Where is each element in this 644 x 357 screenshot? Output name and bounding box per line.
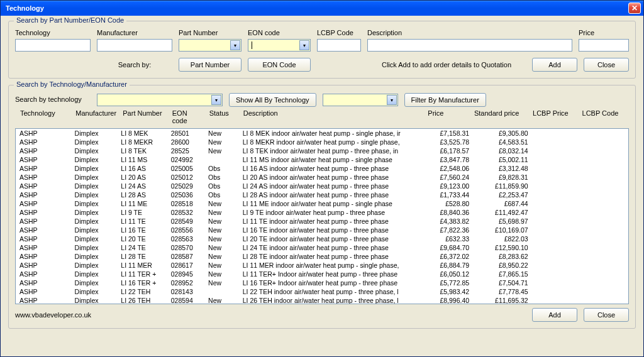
table-row[interactable]: ASHPDimplexLI 8 MEKR28600NewLI 8 MEKR in… [16,138,628,146]
cell: Obs [204,190,239,199]
cell: Dimplex [71,129,118,138]
manufacturer-input[interactable] [97,39,172,52]
cell [580,208,628,217]
cell: LI 16 AS [117,164,167,173]
cell [580,234,628,243]
eoncode-combo[interactable]: ▾ [248,39,311,52]
cell: 025036 [167,190,204,199]
cell: £822.03 [473,234,532,243]
lcbpcode-input[interactable] [317,39,361,52]
table-row[interactable]: ASHPDimplexLI 11 MS024992LI 11 MS indoor… [16,155,628,164]
cell: LI 16 TE [117,226,167,234]
price-input[interactable] [579,39,629,52]
cell: New [204,270,239,278]
cell: LI 16 TER + [117,278,167,287]
showall-button[interactable]: Show All By Technology [229,93,316,107]
technology-combo[interactable]: ▾ [97,94,223,106]
cell: LI 9 TE [117,208,167,217]
cell: 028587 [167,252,204,261]
cell [580,287,628,296]
cell: Dimplex [71,138,118,146]
table-row[interactable]: ASHPDimplexLI 11 TER +028945NewLI 11 TER… [16,270,628,278]
cell: 025029 [167,182,204,190]
table-row[interactable]: ASHPDimplexLI 16 TER +028952NewLI 16 TER… [16,278,628,287]
cell: Obs [204,164,239,173]
cell: New [204,226,239,234]
cell [532,173,580,182]
col-standardprice: Standard price [470,109,529,124]
cell [532,261,580,270]
cell: ASHP [16,287,71,296]
cell: Dimplex [71,173,118,182]
cell: £7,158.31 [426,129,473,138]
table-row[interactable]: ASHPDimplexLI 8 MEK28501NewLI 8 MEK indo… [16,129,628,138]
cell [532,138,580,146]
col-partnumber: Part Number [119,109,168,124]
table-row[interactable]: ASHPDimplexLI 26 TEH028594NewLI 26 TEH i… [16,296,628,304]
cell: ASHP [16,182,71,190]
col-technology: Technology [16,109,72,124]
cell [580,182,628,190]
add-button[interactable]: Add [532,58,577,72]
technology-input[interactable] [15,39,91,52]
partnumber-label: Part Number [179,29,242,36]
filter-button[interactable]: Filter By Manufacturer [404,93,486,107]
cell: Dimplex [71,164,118,173]
table-row[interactable]: ASHPDimplexLI 11 MER028617NewLI 11 MER i… [16,261,628,270]
cell: LI 22 TEH indoor air/water heat pump - t… [239,287,426,296]
cell: £7,865.15 [473,270,532,278]
table-row[interactable]: ASHPDimplexLI 11 TE028549NewLI 11 TE ind… [16,217,628,226]
cell: ASHP [16,199,71,208]
cell: £8,032.14 [473,146,532,155]
table-row[interactable]: ASHPDimplexLI 11 ME028518NewLI 11 ME ind… [16,199,628,208]
table-row[interactable]: ASHPDimplexLI 16 TE028556NewLI 16 TE ind… [16,226,628,234]
results-list[interactable]: ASHPDimplexLI 8 MEK28501NewLI 8 MEK indo… [15,128,629,304]
search-partnumber-button[interactable]: Part Number [179,58,242,72]
close-icon[interactable]: ✕ [628,3,641,14]
cell: 28501 [167,129,204,138]
cell [580,173,628,182]
table-row[interactable]: ASHPDimplexLI 16 AS025005ObsLI 16 AS ind… [16,164,628,173]
search-eoncode-button[interactable]: EON Code [248,58,311,72]
cell: £6,050.12 [426,270,473,278]
table-row[interactable]: ASHPDimplexLI 22 TEH028143LI 22 TEH indo… [16,287,628,296]
cell: ASHP [16,138,71,146]
cell: LI 26 TEH [117,296,167,304]
table-row[interactable]: ASHPDimplexLI 28 AS025036ObsLI 28 AS ind… [16,190,628,199]
table-row[interactable]: ASHPDimplexLI 20 TE028563NewLI 20 TE ind… [16,234,628,243]
technology-window: Technology ✕ Search by Part Number/EON C… [0,0,644,357]
table-row[interactable]: ASHPDimplexLI 8 TEK28525NewLI 8 TEK indo… [16,146,628,155]
manufacturer-combo[interactable]: ▾ [323,94,398,106]
cell: LI 20 AS indoor air/water heat pump - th… [239,173,426,182]
footer-close-button[interactable]: Close [584,308,629,322]
cell [532,296,580,304]
partnumber-combo[interactable]: ▾ [179,39,242,52]
cell [532,190,580,199]
table-row[interactable]: ASHPDimplexLI 20 AS025012ObsLI 20 AS ind… [16,173,628,182]
cell: 025005 [167,164,204,173]
footer-add-button[interactable]: Add [532,308,577,322]
cell [580,296,628,304]
cell [532,252,580,261]
cell: LI 16 AS indoor air/water heat pump - th… [239,164,426,173]
cell: £8,283.62 [473,252,532,261]
cell [580,129,628,138]
close-button[interactable]: Close [584,58,629,72]
cell [580,164,628,173]
col-description: Description [240,109,425,124]
cell: LI 8 MEK [117,129,167,138]
table-row[interactable]: ASHPDimplexLI 24 AS025029ObsLI 24 AS ind… [16,182,628,190]
cell: Dimplex [71,261,118,270]
cell: LI 11 MER indoor air/water heat pump - s… [239,261,426,270]
table-row[interactable]: ASHPDimplexLI 24 TE028570NewLI 24 TE ind… [16,243,628,252]
cell: 028556 [167,226,204,234]
cell [204,155,239,164]
cell [532,164,580,173]
cell [580,243,628,252]
cell: ASHP [16,252,71,261]
table-row[interactable]: ASHPDimplexLI 9 TE028532NewLI 9 TE indoo… [16,208,628,217]
table-row[interactable]: ASHPDimplexLI 28 TE028587NewLI 28 TE ind… [16,252,628,261]
description-input[interactable] [367,39,572,52]
cell: New [204,296,239,304]
cell: £3,525.78 [426,138,473,146]
